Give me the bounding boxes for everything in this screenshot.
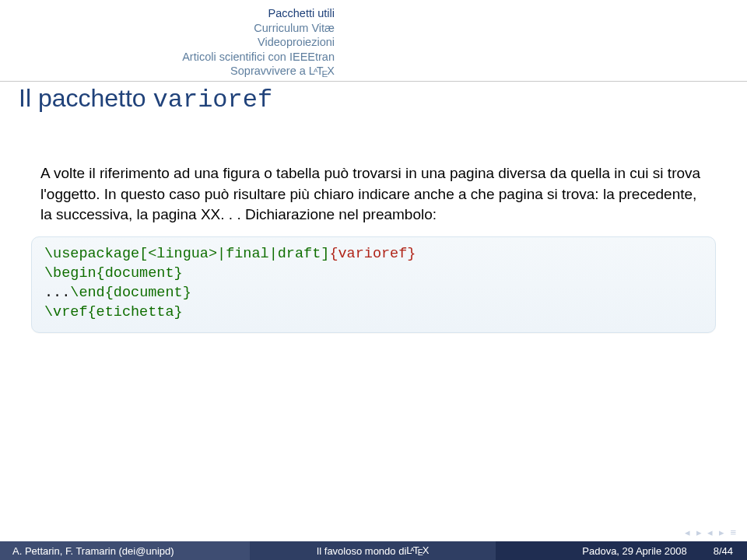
code-line: \begin{document} — [44, 264, 703, 284]
title-package-name: varioref — [153, 86, 273, 114]
nav-item[interactable]: Curriculum Vitæ — [182, 21, 335, 36]
tex-command: \vref{etichetta} — [44, 304, 183, 320]
footline-date: Padova, 29 Aprile 2008 — [582, 545, 686, 557]
footline-authors: A. Pettarin, F. Tramarin (dei@unipd) — [0, 541, 250, 560]
frame-body: A volte il riferimento ad una figura o t… — [40, 163, 707, 333]
title-prefix: Il pacchetto — [19, 84, 153, 112]
tex-argument: {varioref} — [329, 246, 416, 262]
latex-logo: LATEX — [406, 544, 429, 558]
tex-command: \begin{document} — [44, 265, 183, 282]
body-paragraph: A volte il riferimento ad una figura o t… — [40, 163, 707, 226]
tex-option: [<lingua>|final|draft] — [139, 246, 329, 262]
latex-logo: LATEX — [309, 65, 335, 77]
footline-date-page: Padova, 29 Aprile 2008 8/44 — [496, 541, 747, 560]
footline: A. Pettarin, F. Tramarin (dei@unipd) Il … — [0, 541, 747, 560]
tex-command: \usepackage — [44, 246, 139, 262]
footline-title: Il favoloso mondo di LATEX — [250, 541, 496, 560]
code-line: ...\end{document} — [44, 284, 703, 303]
section-nav[interactable]: Pacchetti utili Curriculum Vitæ Videopro… — [182, 6, 335, 80]
nav-item[interactable]: Sopravvivere a LATEX — [182, 64, 335, 80]
footline-title-prefix: Il favoloso mondo di — [317, 545, 407, 557]
code-block: \usepackage[<lingua>|final|draft]{varior… — [31, 236, 716, 333]
nav-item-prefix: Sopravvivere a — [230, 65, 309, 77]
code-line: \vref{etichetta} — [44, 303, 703, 323]
beamer-nav-symbols[interactable]: ◂ ▸ ◂ ▸ ≡ — [685, 527, 738, 538]
title-rule — [0, 81, 747, 82]
code-line: \usepackage[<lingua>|final|draft]{varior… — [44, 245, 703, 264]
tex-command: \end{document} — [70, 285, 191, 301]
code-text: ... — [44, 285, 70, 301]
nav-item[interactable]: Videoproiezioni — [182, 35, 335, 50]
nav-item[interactable]: Articoli scientifici con IEEEtran — [182, 50, 335, 65]
nav-item[interactable]: Pacchetti utili — [182, 6, 335, 21]
frame-title: Il pacchetto varioref — [19, 84, 272, 114]
footline-page: 8/44 — [714, 545, 733, 557]
